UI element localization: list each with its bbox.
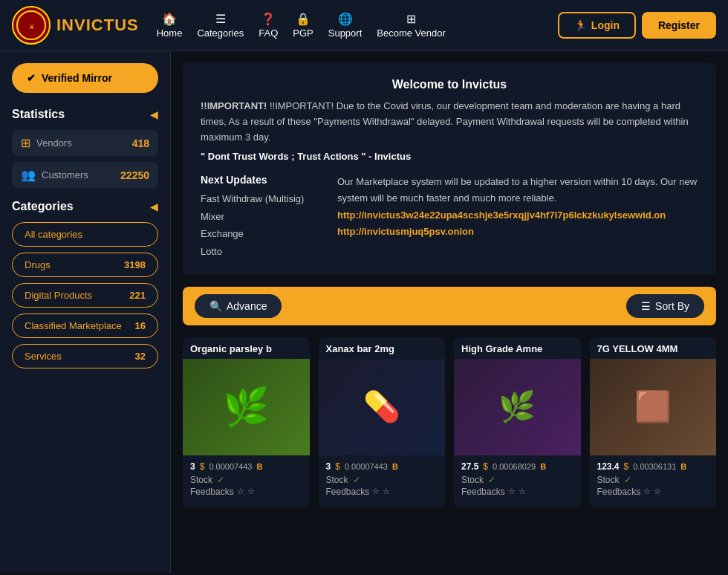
category-drugs-count: 3198 — [124, 259, 146, 270]
feedbacks-row-4: Feedbacks ☆ ☆ — [597, 487, 709, 497]
main-content: Welcome to Invictus !!IMPORTANT! !!IMPOR… — [171, 51, 728, 573]
customers-stat-left: 👥 Customers — [21, 168, 88, 182]
onion-link-2[interactable]: http://invictusmjuq5psv.onion — [337, 226, 474, 237]
price-usd-2: 3 — [326, 461, 331, 472]
category-services[interactable]: Services 32 — [12, 344, 158, 368]
sidebar: ✔ Verified Mirror Statistics ◀ ⊞ Vendors… — [0, 51, 171, 573]
product-image-3: 🌿 — [454, 359, 581, 455]
register-button[interactable]: Register — [642, 12, 716, 39]
price-usd-1: 3 — [190, 461, 195, 472]
feedbacks-label-1: Feedbacks — [190, 487, 234, 497]
faq-icon: ❓ — [261, 12, 276, 26]
navigation: 🏠 Home ☰ Categories ❓ FAQ 🔒 PGP 🌐 Suppor… — [157, 12, 540, 39]
vendors-stat: ⊞ Vendors 418 — [12, 130, 158, 156]
feedbacks-label-3: Feedbacks — [461, 487, 505, 497]
logo-pre: IN — [56, 16, 74, 34]
nav-categories-label: Categories — [197, 27, 244, 39]
category-digital-label: Digital Products — [25, 290, 92, 301]
header-buttons: 🏃 Login Register — [558, 12, 716, 39]
stock-row-2: Stock ✓ — [326, 475, 438, 485]
btc-symbol-1: B — [257, 462, 263, 471]
logo-v: V — [74, 16, 86, 34]
dollar-2: $ — [335, 461, 340, 472]
price-usd-3: 27.5 — [461, 461, 478, 472]
vendors-icon: ⊞ — [21, 136, 30, 150]
feedbacks-label-2: Feedbacks — [326, 487, 370, 497]
category-digital[interactable]: Digital Products 221 — [12, 283, 158, 308]
dollar-3: $ — [483, 461, 488, 472]
nav-support[interactable]: 🌐 Support — [328, 12, 363, 39]
updates-list-section: Next Updates Fast Withdraw (Multisig) Mi… — [201, 174, 319, 260]
nav-home[interactable]: 🏠 Home — [157, 12, 183, 39]
sort-label: Sort By — [655, 300, 689, 312]
stock-label-4: Stock — [597, 475, 620, 485]
welcome-quote: " Dont Trust Words ; Trust Actions " - I… — [201, 151, 698, 162]
category-classified-label: Classified Marketplace — [25, 320, 122, 331]
feedbacks-row-3: Feedbacks ☆ ☆ — [461, 487, 573, 497]
product-title-2: Xanax bar 2mg — [319, 337, 446, 359]
welcome-box: Welcome to Invictus !!IMPORTANT! !!IMPOR… — [183, 63, 716, 275]
onion-link-1[interactable]: http://invictus3w24e22upa4scshje3e5rxqjj… — [337, 209, 666, 221]
login-button[interactable]: 🏃 Login — [558, 12, 636, 39]
nav-faq[interactable]: ❓ FAQ — [259, 12, 278, 39]
pgp-icon: 🔒 — [296, 12, 311, 26]
price-usd-4: 123.4 — [597, 461, 620, 472]
sort-button[interactable]: ☰ Sort By — [626, 294, 704, 318]
updates-title: Next Updates — [201, 174, 319, 186]
product-image-4: 🟫 — [590, 359, 717, 455]
feedbacks-row-1: Feedbacks ☆ ☆ — [190, 487, 302, 497]
nav-pgp-label: PGP — [293, 27, 313, 39]
header: ⚔ INVICTUS 🏠 Home ☰ Categories ❓ FAQ 🔒 P… — [0, 0, 728, 51]
support-icon: 🌐 — [338, 12, 353, 26]
feedbacks-row-2: Feedbacks ☆ ☆ — [326, 487, 438, 497]
category-drugs[interactable]: Drugs 3198 — [12, 253, 158, 277]
dollar-4: $ — [624, 461, 629, 472]
next-updates: Next Updates Fast Withdraw (Multisig) Mi… — [201, 174, 698, 260]
categories-section: Categories ◀ — [12, 200, 158, 213]
product-card-4[interactable]: 7G YELLOW 4MM 🟫 123.4 $ 0.00306131 B Sto… — [590, 337, 717, 507]
search-icon: 🔍 — [209, 300, 222, 312]
logo-post: ICTUS — [86, 16, 139, 34]
vendor-icon: ⊞ — [406, 12, 416, 26]
verified-mirror-button[interactable]: ✔ Verified Mirror — [12, 63, 158, 93]
stock-check-4: ✓ — [624, 475, 631, 485]
categories-arrow-icon: ◀ — [150, 201, 158, 212]
check-icon: ✔ — [27, 72, 36, 84]
statistics-arrow-icon: ◀ — [150, 108, 158, 120]
category-classified[interactable]: Classified Marketplace 16 — [12, 314, 158, 338]
welcome-title: Welcome to Invictus — [201, 78, 698, 91]
stock-row-3: Stock ✓ — [461, 475, 573, 485]
stock-check-3: ✓ — [488, 475, 495, 485]
product-card-1[interactable]: Organic parsley b 🌿 3 $ 0.00007443 B Sto… — [183, 337, 310, 507]
btc-symbol-3: B — [540, 462, 546, 471]
nav-faq-label: FAQ — [259, 27, 278, 39]
nav-categories[interactable]: ☰ Categories — [197, 12, 244, 39]
category-all[interactable]: All categories — [12, 222, 158, 247]
price-row-2: 3 $ 0.00007443 B — [326, 461, 438, 472]
product-info-3: 27.5 $ 0.00068029 B Stock ✓ Feedbacks ☆ … — [454, 455, 581, 500]
product-info-1: 3 $ 0.00007443 B Stock ✓ Feedbacks ☆ ☆ — [183, 455, 310, 500]
star-8: ☆ — [654, 487, 661, 496]
product-card-2[interactable]: Xanax bar 2mg 💊 3 $ 0.00007443 B Stock ✓ — [319, 337, 446, 507]
updates-list: Fast Withdraw (Multisig) Mixer Exchange … — [201, 190, 319, 260]
categories-icon: ☰ — [215, 12, 226, 26]
product-card-3[interactable]: High Grade Amne 🌿 27.5 $ 0.00068029 B St… — [454, 337, 581, 507]
nav-become-vendor[interactable]: ⊞ Become Vendor — [377, 12, 446, 39]
nav-pgp[interactable]: 🔒 PGP — [293, 12, 313, 39]
product-info-2: 3 $ 0.00007443 B Stock ✓ Feedbacks ☆ ☆ — [319, 455, 446, 500]
btc-symbol-4: B — [680, 462, 686, 471]
price-btc-4: 0.00306131 — [633, 462, 676, 471]
product-image-2: 💊 — [319, 359, 446, 455]
advance-button[interactable]: 🔍 Advance — [195, 294, 282, 318]
product-image-1: 🌿 — [183, 359, 310, 455]
register-label: Register — [658, 19, 700, 31]
star-4: ☆ — [383, 487, 390, 496]
star-5: ☆ — [508, 487, 516, 496]
update-item-1: Fast Withdraw (Multisig) — [201, 190, 319, 207]
categories-title: Categories — [12, 200, 74, 213]
stock-row-4: Stock ✓ — [597, 475, 709, 485]
category-services-count: 32 — [135, 351, 146, 362]
logo-text: INVICTUS — [56, 16, 139, 35]
statistics-title: Statistics — [12, 108, 65, 121]
category-classified-count: 16 — [135, 320, 146, 331]
